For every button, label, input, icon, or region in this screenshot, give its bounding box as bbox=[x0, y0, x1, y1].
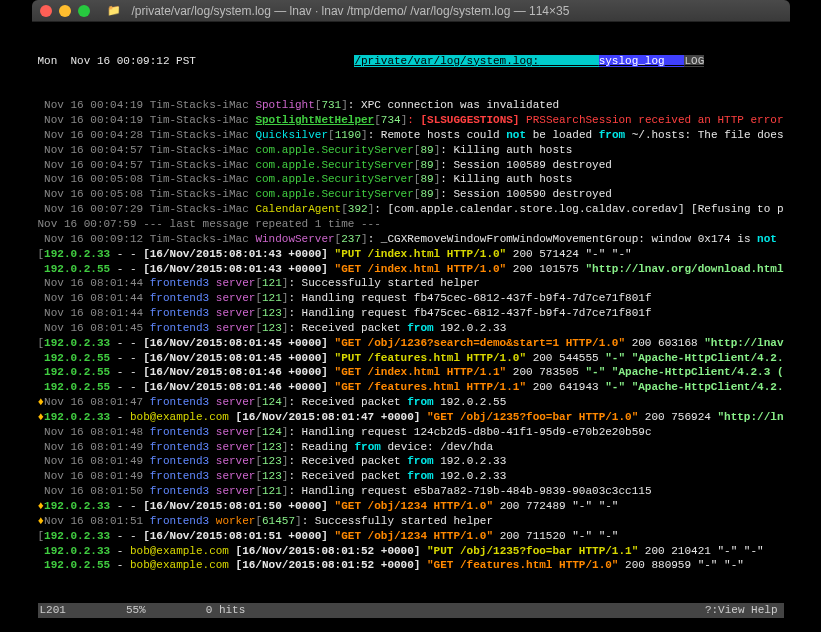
log-line[interactable]: ♦Nov 16 08:01:47 frontend3 server[124]: … bbox=[38, 395, 784, 410]
log-line[interactable]: Nov 16 00:05:08 Tim-Stacks-iMac com.appl… bbox=[38, 172, 784, 187]
log-line[interactable]: 192.0.2.55 - - [16/Nov/2015:08:01:43 +00… bbox=[38, 262, 784, 277]
log-line[interactable]: 192.0.2.55 - bob@example.com [16/Nov/201… bbox=[38, 558, 784, 573]
window-title: /private/var/log/system.log — lnav ∙ lna… bbox=[132, 4, 570, 18]
log-line[interactable]: [192.0.2.33 - - [16/Nov/2015:08:01:45 +0… bbox=[38, 336, 784, 351]
status-bar: L20155%0 hits?:View Help bbox=[38, 603, 784, 618]
log-line[interactable]: 192.0.2.33 - bob@example.com [16/Nov/201… bbox=[38, 544, 784, 559]
header-row: Mon Nov 16 00:09:12 PST /private/var/log… bbox=[38, 54, 784, 69]
log-line[interactable]: 192.0.2.55 - - [16/Nov/2015:08:01:45 +00… bbox=[38, 351, 784, 366]
log-line[interactable]: Nov 16 08:01:44 frontend3 server[121]: S… bbox=[38, 276, 784, 291]
terminal-window: 📁 /private/var/log/system.log — lnav ∙ l… bbox=[32, 0, 790, 632]
log-line[interactable]: Nov 16 08:01:50 frontend3 server[121]: H… bbox=[38, 484, 784, 499]
log-line[interactable]: Nov 16 00:07:59 --- last message repeate… bbox=[38, 217, 784, 232]
log-line[interactable]: ♦192.0.2.33 - bob@example.com [16/Nov/20… bbox=[38, 410, 784, 425]
folder-icon: 📁 bbox=[107, 4, 121, 17]
header-mode: LOG bbox=[684, 55, 704, 67]
status-hits: 0 hits bbox=[206, 603, 246, 618]
maximize-icon[interactable] bbox=[78, 5, 90, 17]
titlebar[interactable]: 📁 /private/var/log/system.log — lnav ∙ l… bbox=[32, 0, 790, 22]
log-line[interactable]: Nov 16 00:04:19 Tim-Stacks-iMac Spotligh… bbox=[38, 113, 784, 128]
log-line[interactable]: Nov 16 00:09:12 Tim-Stacks-iMac WindowSe… bbox=[38, 232, 784, 247]
log-line[interactable]: Nov 16 08:01:45 frontend3 server[123]: R… bbox=[38, 321, 784, 336]
log-line[interactable]: Nov 16 00:07:29 Tim-Stacks-iMac Calendar… bbox=[38, 202, 784, 217]
close-icon[interactable] bbox=[40, 5, 52, 17]
log-line[interactable]: Nov 16 00:04:57 Tim-Stacks-iMac com.appl… bbox=[38, 158, 784, 173]
log-line[interactable]: ♦Nov 16 08:01:51 frontend3 worker[61457]… bbox=[38, 514, 784, 529]
header-file: /private/var/log/system.log: bbox=[354, 55, 539, 67]
status-percent: 55% bbox=[126, 603, 146, 618]
log-line[interactable]: [192.0.2.33 - - [16/Nov/2015:08:01:43 +0… bbox=[38, 247, 784, 262]
log-line[interactable]: Nov 16 00:04:28 Tim-Stacks-iMac Quicksil… bbox=[38, 128, 784, 143]
log-line[interactable]: Nov 16 00:05:08 Tim-Stacks-iMac com.appl… bbox=[38, 187, 784, 202]
log-line[interactable]: Nov 16 08:01:44 frontend3 server[121]: H… bbox=[38, 291, 784, 306]
minimize-icon[interactable] bbox=[59, 5, 71, 17]
log-line[interactable]: Nov 16 08:01:49 frontend3 server[123]: R… bbox=[38, 440, 784, 455]
log-line[interactable]: Nov 16 08:01:49 frontend3 server[123]: R… bbox=[38, 469, 784, 484]
log-line[interactable]: Nov 16 08:01:49 frontend3 server[123]: R… bbox=[38, 454, 784, 469]
log-line[interactable]: Nov 16 00:04:57 Tim-Stacks-iMac com.appl… bbox=[38, 143, 784, 158]
log-line[interactable]: 192.0.2.55 - - [16/Nov/2015:08:01:46 +00… bbox=[38, 365, 784, 380]
log-line[interactable]: 192.0.2.55 - - [16/Nov/2015:08:01:46 +00… bbox=[38, 380, 784, 395]
log-line[interactable]: Nov 16 08:01:48 frontend3 server[124]: H… bbox=[38, 425, 784, 440]
log-line[interactable]: [192.0.2.33 - - [16/Nov/2015:08:01:51 +0… bbox=[38, 529, 784, 544]
log-line[interactable]: Nov 16 08:01:44 frontend3 server[123]: H… bbox=[38, 306, 784, 321]
log-content: Nov 16 00:04:19 Tim-Stacks-iMac Spotligh… bbox=[38, 98, 784, 573]
header-format: syslog_log bbox=[599, 55, 665, 67]
log-line[interactable]: ♦192.0.2.33 - - [16/Nov/2015:08:01:50 +0… bbox=[38, 499, 784, 514]
status-help: ?:View Help bbox=[705, 603, 778, 618]
terminal-body[interactable]: Mon Nov 16 00:09:12 PST /private/var/log… bbox=[32, 22, 790, 632]
log-line[interactable]: Nov 16 00:04:19 Tim-Stacks-iMac Spotligh… bbox=[38, 98, 784, 113]
status-line: L201 bbox=[40, 603, 66, 618]
header-timestamp: Mon Nov 16 00:09:12 PST bbox=[38, 55, 196, 67]
